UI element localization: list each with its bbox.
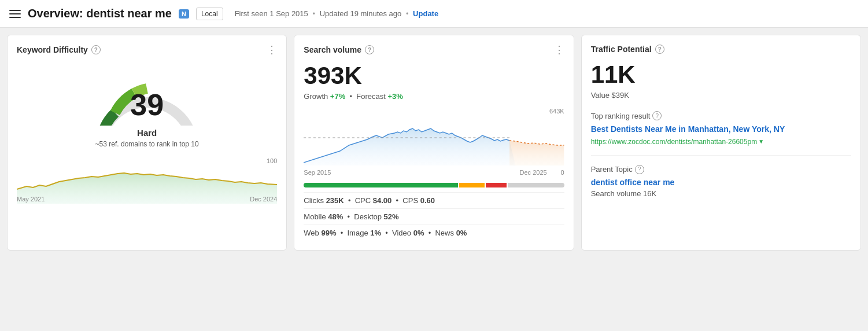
tp-value-row: Value $39K	[591, 91, 851, 100]
kd-mini-chart: 100 May 2021 Dec 2024	[17, 157, 277, 204]
tp-url-chevron-icon: ▼	[758, 138, 764, 145]
sv-chart-zero-label: 0	[561, 169, 564, 176]
kd-score: 39	[130, 90, 164, 120]
sv-device-row: Mobile 48% • Desktop 52%	[304, 208, 564, 225]
tp-top-ranking-label: Top ranking result ?	[591, 111, 851, 120]
color-bar-orange	[459, 183, 485, 187]
kd-label: Hard	[137, 128, 157, 138]
keyword-difficulty-card: Keyword Difficulty ? ⋮ 39	[7, 35, 287, 251]
sv-chart-left-label: Sep 2015	[304, 169, 331, 176]
page-title: Overview: dentist near me	[28, 7, 172, 20]
tp-help-icon[interactable]: ?	[655, 45, 664, 54]
sv-clicks-row: Clicks 235K • CPC $4.00 • CPS 0.60	[304, 192, 564, 208]
update-link[interactable]: Update	[413, 9, 438, 18]
sv-volume: 393K	[304, 62, 564, 90]
traffic-potential-card: Traffic Potential ? 11K Value $39K Top r…	[581, 35, 861, 251]
color-bar-red	[486, 183, 507, 187]
sv-chart-svg	[304, 108, 564, 177]
kd-chart-right-label: Dec 2024	[250, 196, 277, 203]
tp-card-header: Traffic Potential ?	[591, 45, 851, 54]
hamburger-menu-icon[interactable]	[9, 10, 21, 18]
tp-top-ranking-title[interactable]: Best Dentists Near Me in Manhattan, New …	[591, 124, 851, 135]
sv-color-bar	[304, 183, 564, 187]
sv-chart-right-label: Dec 2025	[520, 169, 547, 176]
tp-divider	[591, 155, 851, 156]
gauge-wrapper: 39	[89, 62, 205, 126]
search-volume-card: Search volume ? ⋮ 393K Growth +7% • Fore…	[294, 35, 574, 251]
tp-volume: 11K	[591, 61, 851, 89]
kd-card-header: Keyword Difficulty ? ⋮	[17, 45, 277, 55]
tp-parent-topic-link[interactable]: dentist office near me	[591, 178, 851, 187]
kd-gauge: 39 Hard ~53 ref. domains to rank in top …	[17, 62, 277, 148]
tp-top-ranking-help-icon[interactable]: ?	[652, 111, 662, 120]
cards-container: Keyword Difficulty ? ⋮ 39	[0, 28, 868, 258]
sv-chart: 643K	[304, 108, 564, 177]
tp-parent-topic-label: Parent Topic ?	[591, 165, 851, 174]
tp-top-ranking-url[interactable]: https://www.zocdoc.com/dentists/manhatta…	[591, 138, 851, 146]
sv-help-icon[interactable]: ?	[365, 45, 374, 54]
sv-type-row: Web 99% • Image 1% • Video 0% • News 0%	[304, 225, 564, 241]
tp-parent-volume: Search volume 16K	[591, 189, 851, 198]
sv-forecast-value: +3%	[387, 92, 402, 101]
meta-first-seen: First seen 1 Sep 2015 • Updated 19 minut…	[235, 9, 439, 18]
kd-chart-svg	[17, 157, 277, 204]
kd-chart-top-label: 100	[267, 157, 277, 164]
sv-growth-value: +7%	[330, 92, 345, 101]
tp-parent-topic-help-icon[interactable]: ?	[635, 165, 644, 174]
sv-card-title: Search volume ?	[304, 45, 374, 54]
sv-growth-row: Growth +7% • Forecast +3%	[304, 92, 564, 101]
kd-help-icon[interactable]: ?	[91, 45, 101, 54]
badge-local: Local	[196, 8, 223, 20]
sv-menu-icon[interactable]: ⋮	[554, 45, 564, 55]
color-bar-green	[304, 183, 458, 187]
color-bar-gray	[508, 183, 564, 187]
sv-card-header: Search volume ? ⋮	[304, 45, 564, 55]
tp-card-title: Traffic Potential ?	[591, 45, 664, 54]
kd-chart-left-label: May 2021	[17, 196, 45, 203]
sv-chart-top-label: 643K	[549, 108, 564, 115]
header: Overview: dentist near me N Local First …	[0, 0, 868, 28]
kd-card-title: Keyword Difficulty ?	[17, 45, 101, 54]
kd-sublabel: ~53 ref. domains to rank in top 10	[95, 140, 199, 148]
kd-menu-icon[interactable]: ⋮	[267, 45, 277, 55]
badge-n: N	[179, 9, 189, 19]
